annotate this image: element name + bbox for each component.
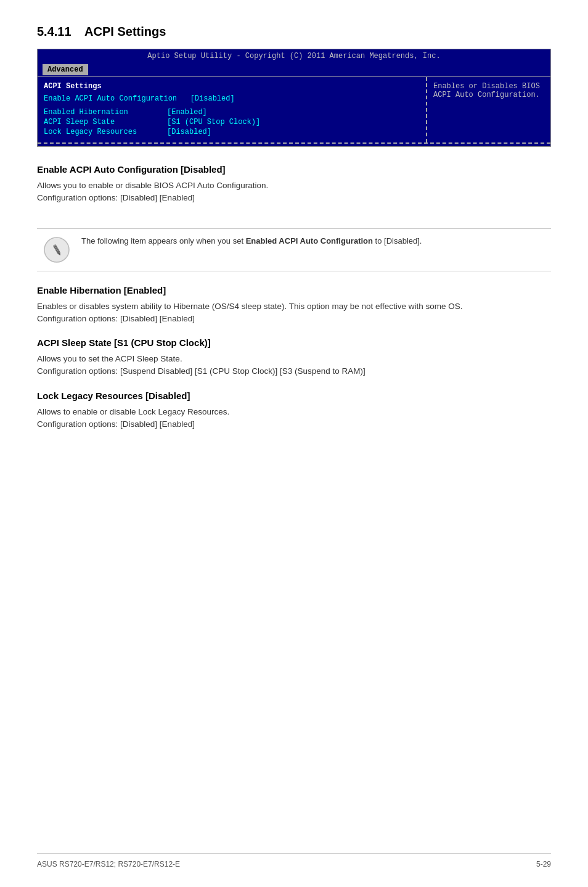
section-body-acpi-sleep-state: Allows you to set the ACPI Sleep State. … bbox=[37, 353, 551, 378]
section-heading-lock-legacy: Lock Legacy Resources [Disabled] bbox=[37, 390, 551, 401]
bios-lock-legacy-row[interactable]: Lock Legacy Resources [Disabled] bbox=[44, 128, 420, 136]
bios-tab-row: Advanced bbox=[38, 63, 550, 76]
section-hibernation: Enable Hibernation [Enabled] Enables or … bbox=[37, 285, 551, 326]
footer-bar: ASUS RS720-E7/RS12; RS720-E7/RS12-E 5-29 bbox=[37, 853, 551, 868]
footer-left: ASUS RS720-E7/RS12; RS720-E7/RS12-E bbox=[37, 860, 180, 868]
bios-section-label: ACPI Settings bbox=[44, 82, 420, 91]
bios-screen: Aptio Setup Utility - Copyright (C) 2011… bbox=[37, 49, 551, 147]
section-acpi-sleep-state: ACPI Sleep State [S1 (CPU Stop Clock)] A… bbox=[37, 337, 551, 378]
section-body-lock-legacy: Allows to enable or disable Lock Legacy … bbox=[37, 406, 551, 431]
footer-right: 5-29 bbox=[536, 860, 551, 868]
bios-enable-acpi-row[interactable]: Enable ACPI Auto Configuration [Disabled… bbox=[44, 94, 420, 103]
section-body-hibernation: Enables or disables system ability to Hi… bbox=[37, 300, 551, 326]
page-title: 5.4.11 ACPI Settings bbox=[37, 25, 551, 39]
bios-hibernation-row[interactable]: Enabled Hibernation [Enabled] bbox=[44, 108, 420, 117]
bios-right-panel: Enables or Disables BIOS ACPI Auto Confi… bbox=[427, 77, 550, 142]
section-heading-hibernation: Enable Hibernation [Enabled] bbox=[37, 285, 551, 295]
note-text: The following item appears only when you… bbox=[81, 235, 422, 247]
bios-header: Aptio Setup Utility - Copyright (C) 2011… bbox=[38, 49, 550, 63]
bios-footer bbox=[38, 142, 550, 146]
note-icon bbox=[42, 235, 71, 265]
bios-sleep-state-row[interactable]: ACPI Sleep State [S1 (CPU Stop Clock)] bbox=[44, 118, 420, 126]
section-heading-acpi-sleep-state: ACPI Sleep State [S1 (CPU Stop Clock)] bbox=[37, 337, 551, 348]
note-box: The following item appears only when you… bbox=[37, 228, 551, 271]
section-heading-acpi-auto-config: Enable ACPI Auto Configuration [Disabled… bbox=[37, 164, 551, 175]
section-lock-legacy: Lock Legacy Resources [Disabled] Allows … bbox=[37, 390, 551, 431]
bios-body: ACPI Settings Enable ACPI Auto Configura… bbox=[38, 76, 550, 142]
section-acpi-auto-config: Enable ACPI Auto Configuration [Disabled… bbox=[37, 164, 551, 205]
bios-left-panel: ACPI Settings Enable ACPI Auto Configura… bbox=[38, 77, 427, 142]
advanced-tab[interactable]: Advanced bbox=[43, 64, 88, 75]
section-body-acpi-auto-config: Allows you to enable or disable BIOS ACP… bbox=[37, 179, 551, 205]
bios-item-group: Enabled Hibernation [Enabled] ACPI Sleep… bbox=[44, 108, 420, 136]
